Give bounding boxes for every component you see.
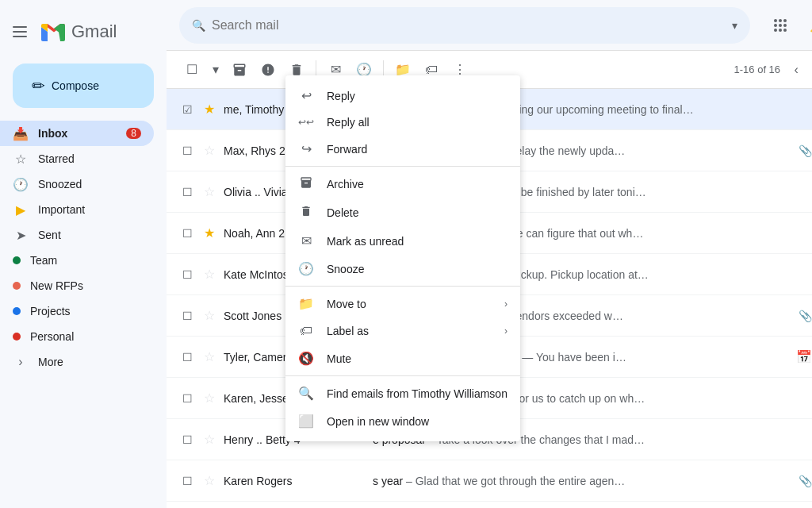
prev-page-button[interactable]: ‹ <box>783 57 809 83</box>
menu-item-label-as-label: Label as <box>327 325 369 337</box>
sidebar-label-personal: Personal <box>30 330 74 343</box>
menu-item-delete[interactable]: Delete <box>285 198 520 227</box>
report-spam-button[interactable] <box>255 57 281 83</box>
sidebar-item-snoozed[interactable]: 🕐 Snoozed <box>0 171 154 197</box>
row-star[interactable]: ★ <box>201 225 217 241</box>
row-checkbox[interactable]: ☐ <box>179 144 195 157</box>
row-checkbox[interactable]: ☐ <box>179 433 195 446</box>
row-attachment-icon: 📎 <box>799 475 812 487</box>
gmail-logo-icon <box>40 17 68 46</box>
compose-button[interactable]: ✏ Compose <box>13 64 154 108</box>
sidebar-item-sent[interactable]: ➤ Sent <box>0 222 154 248</box>
svg-point-7 <box>779 29 782 32</box>
search-dropdown-icon[interactable]: ▾ <box>732 19 737 32</box>
delete-icon <box>298 205 314 221</box>
sidebar-item-starred[interactable]: ☆ Starred <box>0 146 154 171</box>
menu-item-reply[interactable]: ↩ Reply <box>285 82 520 110</box>
search-icon: 🔍 <box>192 19 205 32</box>
svg-point-1 <box>779 19 782 22</box>
menu-item-find-emails-label: Find emails from Timothy Williamson <box>327 387 508 400</box>
find-emails-icon: 🔍 <box>298 386 314 401</box>
row-star[interactable]: ☆ <box>201 308 217 323</box>
svg-point-5 <box>783 24 787 27</box>
svg-point-6 <box>774 29 777 32</box>
reply-all-icon: ↩↩ <box>298 117 314 128</box>
row-star[interactable]: ☆ <box>201 267 217 282</box>
menu-item-reply-all[interactable]: ↩↩ Reply all <box>285 110 520 135</box>
row-checkbox[interactable]: ☐ <box>179 351 195 364</box>
sidebar-label-team: Team <box>30 254 57 267</box>
sidebar-label-new-rfps: New RFPs <box>30 279 83 292</box>
personal-dot-icon <box>13 333 21 341</box>
context-menu: ↩ Reply ↩↩ Reply all ↪ Forward Archive D… <box>285 75 520 441</box>
select-all-button[interactable]: ☐ <box>179 57 205 83</box>
sidebar-item-inbox[interactable]: 📥 Inbox 8 <box>0 121 154 146</box>
sidebar-item-projects[interactable]: Projects <box>0 298 154 324</box>
menu-item-snooze[interactable]: 🕐 Snooze <box>285 255 520 283</box>
svg-point-0 <box>774 19 777 22</box>
sidebar-label-starred: Starred <box>38 152 75 165</box>
sidebar-label-more: More <box>38 356 63 368</box>
row-checkbox[interactable]: ☐ <box>179 310 195 322</box>
projects-dot-icon <box>13 307 21 315</box>
menu-item-open-new-window-label: Open in new window <box>327 415 429 428</box>
notifications-button[interactable]: 🔔 <box>802 10 812 41</box>
mark-unread-icon: ✉ <box>298 233 314 248</box>
move-to-icon: 📁 <box>298 296 314 311</box>
menu-item-forward[interactable]: ↪ Forward <box>285 135 520 163</box>
mute-icon: 🔇 <box>298 351 314 366</box>
menu-item-find-emails[interactable]: 🔍 Find emails from Timothy Williamson <box>285 379 520 407</box>
row-attachment-icon: 📎 <box>799 144 812 157</box>
hamburger-menu[interactable] <box>6 20 33 44</box>
row-checkbox[interactable]: ☑ <box>179 103 195 116</box>
search-input[interactable] <box>212 18 726 33</box>
menu-item-move-to[interactable]: 📁 Move to › <box>285 290 520 318</box>
menu-item-archive-label: Archive <box>327 178 364 190</box>
menu-item-open-new-window[interactable]: ⬜ Open in new window <box>285 407 520 435</box>
more-icon: › <box>13 355 29 369</box>
menu-item-reply-label: Reply <box>327 90 355 102</box>
sidebar-item-team[interactable]: Team <box>0 248 154 273</box>
menu-item-reply-all-label: Reply all <box>327 116 370 129</box>
row-star[interactable]: ☆ <box>201 432 217 447</box>
row-star[interactable]: ☆ <box>201 184 217 199</box>
label-as-arrow-icon: › <box>504 325 508 337</box>
sidebar-item-more[interactable]: › More <box>0 349 154 375</box>
menu-item-mark-unread[interactable]: ✉ Mark as unread <box>285 227 520 255</box>
pagination-info: 1-16 of 16 ‹ › ⚙ <box>734 57 812 83</box>
important-icon: ▶ <box>13 202 29 217</box>
row-checkbox[interactable]: ☐ <box>179 268 195 281</box>
inbox-icon: 📥 <box>13 126 29 141</box>
menu-item-label-as[interactable]: 🏷 Label as › <box>285 318 520 344</box>
new-rfps-dot-icon <box>13 282 21 290</box>
row-star[interactable]: ☆ <box>201 391 217 406</box>
sidebar-item-new-rfps[interactable]: New RFPs <box>0 273 154 298</box>
table-row[interactable]: ☐ ☆ Karen Rogers s year – Glad that we g… <box>167 460 812 502</box>
row-checkbox[interactable]: ☐ <box>179 186 195 198</box>
svg-point-4 <box>779 24 782 27</box>
row-star[interactable]: ☆ <box>201 473 217 488</box>
archive-button[interactable] <box>227 57 252 83</box>
menu-item-archive[interactable]: Archive <box>285 170 520 198</box>
menu-item-mute[interactable]: 🔇 Mute <box>285 344 520 372</box>
snooze-icon: 🕐 <box>298 261 314 276</box>
row-star[interactable]: ★ <box>201 102 217 117</box>
row-checkbox[interactable]: ☐ <box>179 392 195 405</box>
row-calendar-icon: 📅 <box>796 349 812 364</box>
sidebar-item-personal[interactable]: Personal <box>0 324 154 349</box>
table-row[interactable]: ☐ ☆ Ann Nguyen te across Horizontals, Ve… <box>167 502 812 508</box>
row-star[interactable]: ☆ <box>201 143 217 158</box>
sidebar-item-important[interactable]: ▶ Important <box>0 197 154 222</box>
row-checkbox[interactable]: ☐ <box>179 475 195 487</box>
team-dot-icon <box>13 256 21 264</box>
select-dropdown-button[interactable]: ▾ <box>208 57 224 83</box>
svg-point-2 <box>783 19 787 22</box>
menu-item-forward-label: Forward <box>327 143 367 156</box>
row-star[interactable]: ☆ <box>201 349 217 364</box>
row-checkbox[interactable]: ☐ <box>179 227 195 240</box>
menu-item-snooze-label: Snooze <box>327 263 364 275</box>
menu-item-mute-label: Mute <box>327 352 351 365</box>
sidebar-nav: 📥 Inbox 8 ☆ Starred 🕐 Snoozed ▶ Importan… <box>0 121 167 375</box>
search-bar[interactable]: 🔍 ▾ <box>179 7 750 44</box>
apps-button[interactable] <box>764 10 796 41</box>
